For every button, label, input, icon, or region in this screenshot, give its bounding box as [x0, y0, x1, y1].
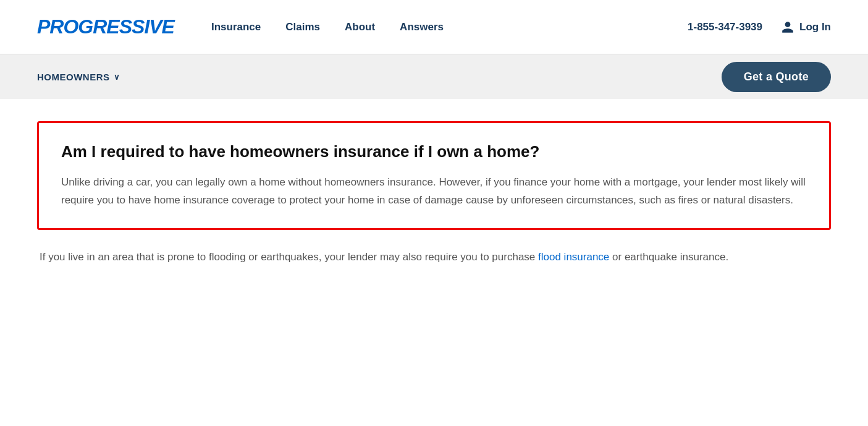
get-quote-button[interactable]: Get a Quote [722, 62, 831, 92]
below-text-suffix: or earthquake insurance. [609, 251, 728, 263]
nav-answers[interactable]: Answers [400, 21, 444, 33]
article-heading: Am I required to have homeowners insuran… [61, 142, 807, 163]
nav-about[interactable]: About [345, 21, 375, 33]
main-content: Am I required to have homeowners insuran… [0, 99, 868, 284]
nav-insurance[interactable]: Insurance [211, 21, 261, 33]
nav-links: Insurance Claims About Answers [211, 21, 688, 33]
article-body-below: If you live in an area that is prone to … [37, 249, 831, 266]
brand-logo[interactable]: PROGRESSIVE [37, 15, 174, 38]
top-nav: PROGRESSIVE Insurance Claims About Answe… [0, 0, 868, 54]
login-button[interactable]: Log In [781, 20, 831, 34]
login-label: Log In [799, 21, 831, 33]
article-body-highlighted: Unlike driving a car, you can legally ow… [61, 174, 807, 210]
flood-insurance-link[interactable]: flood insurance [538, 251, 609, 263]
chevron-down-icon: ∨ [114, 72, 120, 82]
user-icon [781, 20, 794, 34]
nav-right: 1-855-347-3939 Log In [688, 20, 831, 34]
nav-claims[interactable]: Claims [285, 21, 320, 33]
homeowners-dropdown[interactable]: HOMEOWNERS ∨ [37, 72, 120, 82]
sub-nav: HOMEOWNERS ∨ Get a Quote [0, 54, 868, 99]
article-highlight-box: Am I required to have homeowners insuran… [37, 121, 831, 230]
phone-number: 1-855-347-3939 [688, 21, 762, 33]
below-text-prefix: If you live in an area that is prone to … [40, 251, 538, 263]
homeowners-label: HOMEOWNERS [37, 72, 110, 82]
